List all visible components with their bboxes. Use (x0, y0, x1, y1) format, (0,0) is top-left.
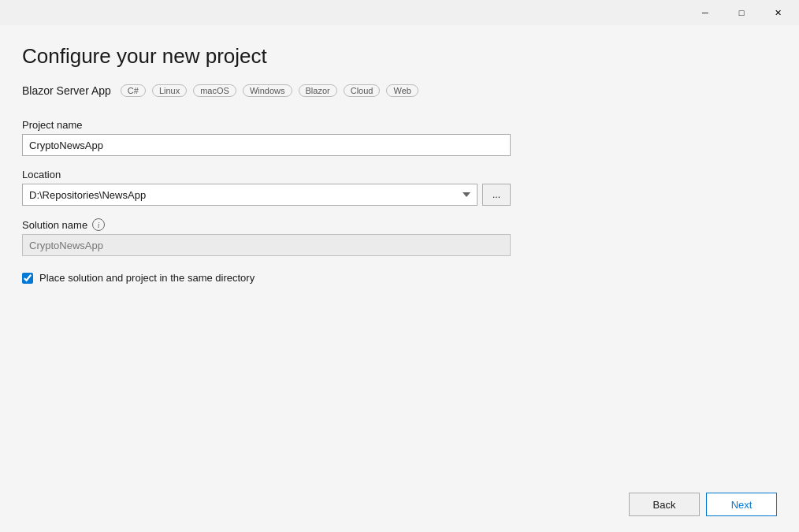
solution-name-info-icon[interactable]: i (92, 218, 105, 231)
main-content: Configure your new project Blazor Server… (0, 25, 799, 532)
form-section: Project name Location D:\Repositories\Ne… (22, 119, 511, 284)
location-group: Location D:\Repositories\NewsApp ... (22, 169, 511, 206)
project-name-label: Project name (22, 119, 511, 131)
maximize-button[interactable]: □ (723, 0, 760, 25)
tag-macos: macOS (193, 84, 236, 97)
same-directory-checkbox[interactable] (22, 273, 33, 284)
solution-name-input[interactable] (22, 234, 511, 256)
tag-web: Web (386, 84, 418, 97)
project-name-group: Project name (22, 119, 511, 156)
tag-blazor: Blazor (299, 84, 337, 97)
solution-name-group: Solution name i (22, 218, 511, 256)
solution-name-label: Solution name i (22, 218, 511, 231)
minimize-button[interactable]: ─ (687, 0, 723, 25)
browse-button[interactable]: ... (482, 184, 511, 206)
next-button[interactable]: Next (706, 493, 777, 516)
back-button[interactable]: Back (629, 493, 700, 516)
tag-cloud: Cloud (344, 84, 381, 97)
close-button[interactable]: ✕ (760, 0, 796, 25)
tag-csharp: C# (121, 84, 146, 97)
same-directory-label[interactable]: Place solution and project in the same d… (39, 272, 255, 284)
same-directory-row: Place solution and project in the same d… (22, 272, 511, 284)
page-title: Configure your new project (22, 44, 777, 69)
project-name-input[interactable] (22, 134, 511, 156)
location-row: D:\Repositories\NewsApp ... (22, 184, 511, 206)
project-type-row: Blazor Server App C# Linux macOS Windows… (22, 84, 777, 97)
location-label: Location (22, 169, 511, 180)
tag-linux: Linux (152, 84, 187, 97)
footer: Back Next (22, 483, 777, 519)
location-select[interactable]: D:\Repositories\NewsApp (22, 184, 478, 206)
project-type-name: Blazor Server App (22, 84, 111, 97)
tag-windows: Windows (243, 84, 292, 97)
title-bar: ─ □ ✕ (0, 0, 799, 25)
